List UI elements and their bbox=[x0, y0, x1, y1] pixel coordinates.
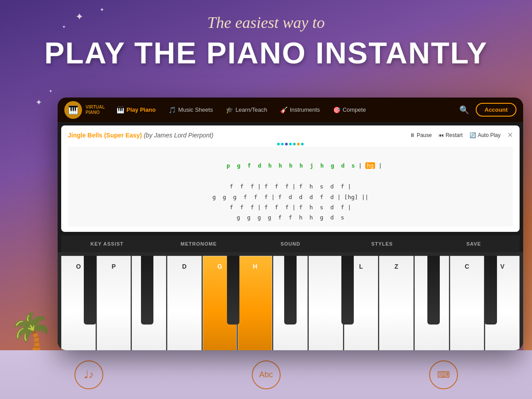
key-label-top: L bbox=[359, 263, 363, 270]
instruments-icon: 🎸 bbox=[280, 106, 288, 113]
key-label-top: P bbox=[112, 263, 116, 270]
progress-dot bbox=[301, 143, 304, 145]
nav-item-learn-teach[interactable]: 🎓 Learn/Teach bbox=[220, 104, 273, 116]
search-button[interactable]: 🔍 bbox=[455, 103, 473, 117]
logo-icon: 🎹 bbox=[64, 101, 82, 119]
white-key-d[interactable]: D d bbox=[167, 256, 202, 350]
nav-bar: 🎹 VIRTUALPIANO 🎹 Play Piano 🎵 Music Shee… bbox=[58, 98, 523, 122]
pause-button[interactable]: ⏸ Pause bbox=[410, 132, 432, 138]
notes-line-1: p g f d h h h h j h g d s | hg | bbox=[73, 150, 508, 181]
abc-icon-button[interactable]: Abc bbox=[252, 360, 281, 389]
key-label-top: G bbox=[217, 263, 222, 270]
progress-dots bbox=[68, 143, 513, 145]
nav-item-compete[interactable]: 🎯 Compete bbox=[328, 104, 372, 116]
nav-compete-label: Compete bbox=[343, 106, 366, 113]
star-5: ✦ bbox=[49, 89, 52, 94]
autoplay-button[interactable]: 🔄 Auto Play bbox=[469, 132, 501, 138]
song-author: (by James Lord Pierpont) bbox=[144, 132, 213, 139]
star-4: ✦ bbox=[35, 98, 42, 107]
white-key-p[interactable]: P p bbox=[97, 256, 131, 350]
progress-dot-current bbox=[297, 143, 300, 145]
hero-subtitle: The easiest way to bbox=[0, 13, 532, 32]
autoplay-icon: 🔄 bbox=[469, 132, 476, 138]
progress-dot bbox=[289, 143, 292, 145]
notes-line-4: f f f | f f f | f h s d f | bbox=[73, 202, 508, 212]
keyboard-icon: ⌨ bbox=[437, 369, 450, 380]
music-icon-button[interactable]: ♩♪ bbox=[74, 360, 103, 389]
nav-item-instruments[interactable]: 🎸 Instruments bbox=[275, 104, 325, 116]
black-key-6[interactable] bbox=[427, 256, 440, 325]
compete-icon: 🎯 bbox=[333, 106, 340, 113]
hero-title: PLAY THE PIANO INSTANTLY bbox=[0, 35, 532, 70]
key-label-top: V bbox=[500, 263, 504, 270]
piano-container: O o P p S s D d G g bbox=[58, 252, 523, 350]
black-key-2[interactable] bbox=[141, 256, 153, 325]
close-button[interactable]: ✕ bbox=[507, 131, 513, 139]
nav-play-piano-label: Play Piano bbox=[126, 106, 156, 113]
black-key-4[interactable] bbox=[284, 256, 297, 325]
piano-icon: 🎹 bbox=[117, 106, 124, 113]
nav-instruments-label: Instruments bbox=[290, 106, 320, 113]
nav-music-sheets-label: Music Sheets bbox=[178, 106, 213, 113]
notes-line-3: g g g f f f | f d d d f d | [hg] || bbox=[73, 192, 508, 202]
app-window: 🎹 VIRTUALPIANO 🎹 Play Piano 🎵 Music Shee… bbox=[58, 98, 523, 350]
song-title-text: Jingle Bells (Super Easy) bbox=[68, 132, 142, 139]
palm-tree: 🌴 bbox=[9, 311, 53, 352]
progress-dot bbox=[293, 143, 296, 145]
music-icon: ♩♪ bbox=[84, 368, 94, 381]
sound-button[interactable]: SOUND bbox=[245, 237, 336, 251]
sheet-notes: p g f d h h h h j h g d s | hg | f f f |… bbox=[68, 147, 513, 227]
music-note-icon: 🎵 bbox=[168, 106, 176, 113]
white-key-z[interactable]: Z z bbox=[379, 256, 414, 350]
black-key-1[interactable] bbox=[84, 256, 96, 325]
key-label-top: D bbox=[182, 263, 187, 270]
learn-icon: 🎓 bbox=[226, 106, 233, 113]
logo: 🎹 VIRTUALPIANO bbox=[64, 101, 105, 119]
notes-line-2: f f f | f f f | f h s d f | bbox=[73, 181, 508, 192]
metronome-button[interactable]: METRONOME bbox=[153, 237, 245, 251]
black-key-3[interactable] bbox=[227, 256, 239, 325]
music-area: Jingle Bells (Super Easy) (by James Lord… bbox=[61, 125, 520, 232]
music-controls: ⏸ Pause ⏮ Restart 🔄 Auto Play ✕ bbox=[410, 131, 513, 139]
nav-learn-teach-label: Learn/Teach bbox=[235, 106, 267, 113]
song-title: Jingle Bells (Super Easy) (by James Lord… bbox=[68, 132, 213, 139]
progress-dot bbox=[277, 143, 280, 145]
account-button[interactable]: Account bbox=[476, 103, 516, 117]
nav-item-music-sheets[interactable]: 🎵 Music Sheets bbox=[163, 104, 218, 116]
hero-section: The easiest way to PLAY THE PIANO INSTAN… bbox=[0, 0, 532, 70]
music-header: Jingle Bells (Super Easy) (by James Lord… bbox=[68, 131, 513, 139]
notes-line-5: g g g g f f h h g d s bbox=[73, 212, 508, 223]
white-key-c[interactable]: C c bbox=[450, 256, 485, 350]
toolbar: KEY ASSIST METRONOME SOUND STYLES SAVE bbox=[61, 235, 520, 252]
pause-icon: ⏸ bbox=[410, 132, 415, 138]
nav-item-play-piano[interactable]: 🎹 Play Piano bbox=[111, 104, 161, 116]
logo-text: VIRTUALPIANO bbox=[86, 105, 105, 115]
black-key-5[interactable] bbox=[341, 256, 354, 325]
white-key-k[interactable]: k bbox=[309, 256, 343, 350]
black-key-7[interactable] bbox=[485, 256, 497, 325]
white-key-h[interactable]: H h bbox=[238, 256, 272, 350]
styles-button[interactable]: STYLES bbox=[336, 237, 428, 251]
keyboard-icon-button[interactable]: ⌨ bbox=[429, 360, 458, 389]
abc-icon: Abc bbox=[259, 370, 273, 379]
progress-dot bbox=[281, 143, 284, 145]
key-label-top: O bbox=[76, 263, 81, 270]
key-label-top: H bbox=[253, 263, 257, 270]
bottom-section: ♩♪ Abc ⌨ bbox=[0, 350, 532, 399]
key-assist-button[interactable]: KEY ASSIST bbox=[61, 237, 153, 251]
restart-button[interactable]: ⏮ Restart bbox=[438, 132, 463, 138]
restart-icon: ⏮ bbox=[438, 132, 444, 138]
save-button[interactable]: SAVE bbox=[428, 237, 520, 251]
key-label-top: C bbox=[465, 263, 469, 270]
progress-dot bbox=[285, 143, 288, 145]
key-label-top: Z bbox=[395, 263, 399, 270]
